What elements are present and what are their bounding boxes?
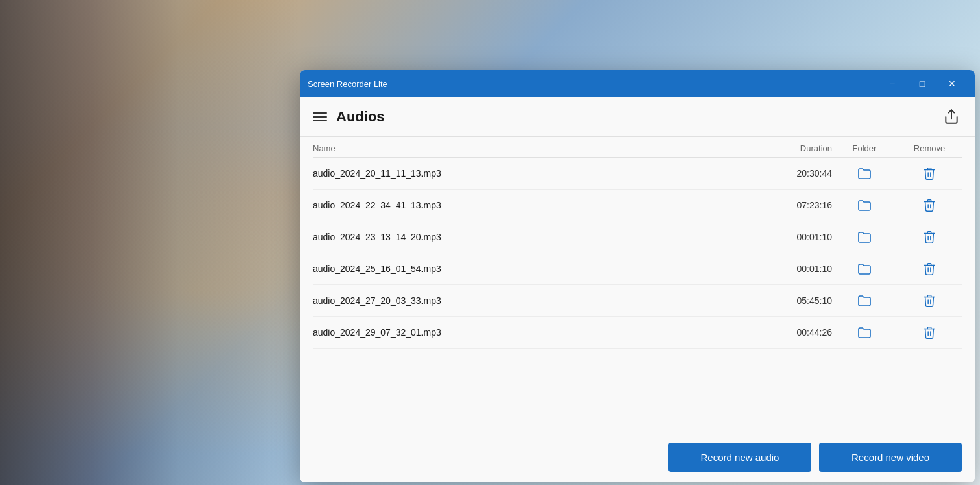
table-body: audio_2024_20_11_11_13.mp3 20:30:44 audi… (313, 158, 962, 349)
trash-icon[interactable] (922, 325, 937, 340)
file-name: audio_2024_22_34_41_13.mp3 (313, 200, 728, 210)
close-button[interactable]: ✕ (937, 70, 967, 97)
remove-cell (897, 166, 962, 180)
app-window: Screen Recorder Lite − □ ✕ Audios (300, 70, 975, 482)
folder-cell (832, 229, 897, 245)
folder-cell (832, 325, 897, 340)
record-video-button[interactable]: Record new video (819, 443, 962, 472)
table-row: audio_2024_23_13_14_20.mp3 00:01:10 (313, 221, 962, 253)
trash-icon[interactable] (922, 262, 937, 276)
table-row: audio_2024_20_11_11_13.mp3 20:30:44 (313, 158, 962, 190)
trash-icon[interactable] (922, 230, 937, 244)
file-duration: 00:01:10 (728, 264, 832, 274)
share-button[interactable] (941, 106, 962, 127)
header-row: Audios (300, 97, 975, 137)
table-row: audio_2024_27_20_03_33.mp3 05:45:10 (313, 285, 962, 317)
minimize-button[interactable]: − (877, 70, 907, 97)
file-table: Name Duration Folder Remove audio_2024_2… (300, 137, 975, 432)
background-figure (0, 0, 299, 485)
record-audio-button[interactable]: Record new audio (668, 443, 811, 472)
col-folder-header: Folder (832, 143, 897, 153)
folder-icon[interactable] (857, 325, 872, 340)
file-name: audio_2024_25_16_01_54.mp3 (313, 264, 728, 274)
trash-icon[interactable] (922, 198, 937, 212)
folder-icon[interactable] (857, 166, 872, 181)
window-controls: − □ ✕ (877, 70, 967, 97)
table-row: audio_2024_25_16_01_54.mp3 00:01:10 (313, 253, 962, 285)
file-name: audio_2024_23_13_14_20.mp3 (313, 232, 728, 242)
content-area: Audios Name Duration Folder Remove audio… (300, 97, 975, 482)
hamburger-line-2 (313, 116, 327, 118)
remove-cell (897, 198, 962, 212)
remove-cell (897, 262, 962, 276)
folder-cell (832, 261, 897, 277)
folder-icon[interactable] (857, 197, 872, 213)
folder-icon[interactable] (857, 229, 872, 245)
page-title: Audios (336, 108, 941, 125)
folder-cell (832, 197, 897, 213)
file-duration: 20:30:44 (728, 168, 832, 179)
file-name: audio_2024_20_11_11_13.mp3 (313, 168, 728, 179)
file-name: audio_2024_29_07_32_01.mp3 (313, 327, 728, 338)
table-row: audio_2024_29_07_32_01.mp3 00:44:26 (313, 317, 962, 349)
file-name: audio_2024_27_20_03_33.mp3 (313, 295, 728, 306)
remove-cell (897, 293, 962, 308)
col-remove-header: Remove (897, 143, 962, 153)
bottom-bar: Record new audio Record new video (300, 432, 975, 482)
folder-cell (832, 293, 897, 308)
folder-cell (832, 166, 897, 181)
trash-icon[interactable] (922, 166, 937, 180)
share-icon (943, 108, 960, 125)
col-name-header: Name (313, 143, 728, 153)
remove-cell (897, 230, 962, 244)
hamburger-line-3 (313, 120, 327, 121)
hamburger-line-1 (313, 112, 327, 114)
menu-button[interactable] (313, 112, 327, 121)
file-duration: 00:01:10 (728, 232, 832, 242)
file-duration: 00:44:26 (728, 327, 832, 338)
table-header: Name Duration Folder Remove (313, 137, 962, 158)
title-bar: Screen Recorder Lite − □ ✕ (300, 70, 975, 97)
app-title: Screen Recorder Lite (308, 79, 877, 89)
table-row: audio_2024_22_34_41_13.mp3 07:23:16 (313, 190, 962, 221)
file-duration: 05:45:10 (728, 295, 832, 306)
folder-icon[interactable] (857, 293, 872, 308)
col-duration-header: Duration (728, 143, 832, 153)
trash-icon[interactable] (922, 293, 937, 308)
file-duration: 07:23:16 (728, 200, 832, 210)
folder-icon[interactable] (857, 261, 872, 277)
maximize-button[interactable]: □ (907, 70, 937, 97)
remove-cell (897, 325, 962, 340)
